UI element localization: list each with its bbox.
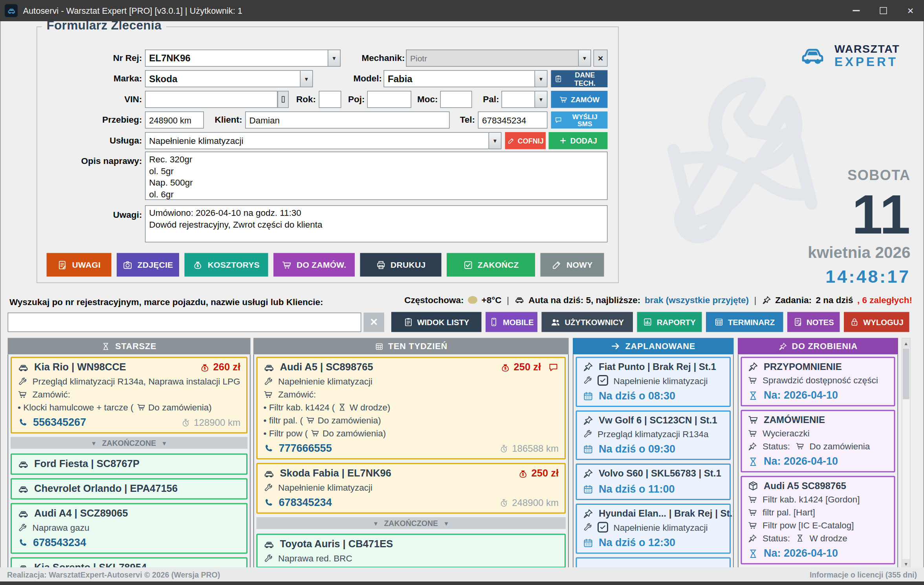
model-combobox[interactable]: ▼ — [384, 70, 548, 88]
nav-notes[interactable]: NOTES — [787, 312, 840, 332]
cofnij-button[interactable]: COFNIJ — [505, 132, 546, 149]
nr-rej-input[interactable] — [145, 50, 328, 67]
scroll-up-icon[interactable]: ▲ — [902, 338, 910, 348]
usluga-combobox[interactable]: ▼ — [145, 132, 502, 149]
triangle-down-icon: ▼ — [91, 440, 97, 446]
money-bag-icon — [200, 362, 210, 373]
phone-number[interactable]: 678543234 — [18, 537, 86, 549]
chevron-down-icon[interactable]: ▼ — [300, 70, 313, 88]
pal-combobox[interactable]: ▼ — [502, 91, 548, 108]
order-card[interactable]: Skoda Fabia | EL7NK96 250 zł Napełnienie… — [257, 463, 566, 514]
planned-card[interactable]: Vw Golf 6 | SC123CN | St.1 Przegląd klim… — [576, 410, 731, 460]
rok-input[interactable] — [319, 91, 341, 108]
todo-card[interactable]: ZAMÓWIENIE Wycieraczki Status: Do zamówi… — [741, 410, 895, 473]
phone-number[interactable]: 556345267 — [18, 416, 86, 429]
moc-input[interactable] — [440, 91, 472, 108]
tel-input[interactable] — [478, 112, 548, 129]
zdjecie-button[interactable]: ZDJĘCIE — [117, 253, 179, 277]
uwagi-button[interactable]: UWAGI — [47, 253, 112, 277]
card-title: Audi A5 | SC898765 — [280, 362, 373, 373]
todo-card[interactable]: Audi A5 SC898765 Filtr kab. k1424 [Gordo… — [741, 476, 895, 565]
done-divider[interactable]: ▼ ZAKOŃCZONE ▼ — [11, 437, 248, 449]
mileage: 186588 km — [499, 443, 559, 454]
done-divider[interactable]: ▼ ZAKOŃCZONE ▼ — [257, 517, 566, 529]
usluga-input[interactable] — [145, 132, 489, 149]
separator: | — [506, 295, 510, 305]
nav-widok-listy[interactable]: WIDOK LISTY — [391, 312, 482, 332]
status-label: Status: — [763, 533, 790, 543]
planned-card[interactable]: Volvo S60 | SKL56783 | St.1 Na dziś o 11… — [576, 464, 731, 500]
done-card[interactable]: Toyota Auris | CB471ES Naprawa red. BRC — [257, 534, 566, 568]
clock: 14:48:17 — [808, 267, 910, 287]
checkbox-checked-icon[interactable] — [598, 522, 608, 533]
chat-icon[interactable] — [548, 362, 559, 373]
dane-tech-button[interactable]: DANE TECH. — [551, 70, 608, 88]
cart-icon — [306, 416, 315, 425]
phone-number[interactable]: 678345234 — [264, 497, 332, 509]
nav-mobile[interactable]: MOBILE — [486, 312, 537, 332]
scrollbar-thumb[interactable] — [903, 349, 909, 399]
mechanik-combobox[interactable]: ▼ — [406, 50, 591, 67]
vertical-scrollbar[interactable]: ▲ ▼ — [902, 338, 911, 569]
done-card[interactable]: Audi A4 | SCZ89065 Naprawa gazu 67854323… — [11, 503, 248, 554]
pal-input[interactable] — [502, 91, 535, 108]
klient-input[interactable] — [245, 112, 450, 129]
sms-icon — [555, 116, 563, 124]
planned-card[interactable]: Hyundai Elan... | Brak Rej | St.1 Napełn… — [576, 504, 731, 554]
chevron-down-icon[interactable]: ▼ — [578, 50, 591, 67]
chevron-down-icon[interactable]: ▼ — [489, 132, 502, 149]
order-item-status: Do zamówienia) — [317, 415, 381, 425]
uwagi-textarea[interactable]: Umówiono: 2026-04-10 na godz. 11:30 Dowó… — [145, 205, 608, 243]
card-title: Audi A5 SC898765 — [764, 481, 846, 491]
label-przebieg: Przebieg: — [37, 114, 142, 125]
clear-search-button[interactable]: ✕ — [364, 313, 385, 332]
dodaj-button[interactable]: DODAJ — [549, 132, 608, 149]
todo-text: filtr pal. [Hart] — [763, 507, 815, 517]
zamow-button[interactable]: ZAMÓW — [551, 91, 608, 108]
wyslij-sms-button[interactable]: WYŚLIJ SMS — [551, 112, 608, 129]
vin-lookup-button[interactable] — [278, 91, 289, 108]
nav-uzytkownicy[interactable]: UŻYTKOWNICY — [542, 312, 633, 332]
triangle-down-icon: ▼ — [444, 520, 449, 526]
phone-number[interactable]: 777666555 — [264, 442, 332, 455]
footer-license-link[interactable]: Informacje o licencji (355 dni) — [810, 570, 917, 579]
order-card[interactable]: Audi A5 | SC898765 250 zł Napełnienie kl… — [257, 357, 566, 460]
nowy-button[interactable]: NOWY — [541, 253, 604, 277]
do-zamow-button[interactable]: DO ZAMÓW. — [273, 253, 355, 277]
model-input[interactable] — [384, 70, 535, 88]
chevron-down-icon[interactable]: ▼ — [535, 91, 548, 108]
nr-rej-combobox[interactable]: ▼ — [145, 50, 341, 67]
mechanik-input[interactable] — [406, 50, 578, 67]
kosztorys-button[interactable]: KOSZTORYS — [185, 253, 268, 277]
vin-input[interactable] — [145, 91, 278, 108]
checkbox-checked-icon[interactable] — [598, 375, 608, 386]
zakoncz-button[interactable]: ZAKOŃCZ — [447, 253, 535, 277]
wrench-icon — [18, 523, 27, 532]
marka-combobox[interactable]: ▼ — [145, 70, 313, 88]
month-year-label: kwietnia 2026 — [808, 244, 910, 262]
card-title: Kia Rio | WN98CCE — [34, 362, 126, 373]
planned-card[interactable]: Fiat Punto | Brak Rej | St.1 Napełnienie… — [576, 357, 731, 407]
clear-mechanik-button[interactable]: ✕ — [594, 50, 608, 67]
przebieg-input[interactable] — [145, 112, 204, 129]
nav-raporty[interactable]: RAPORTY — [637, 312, 702, 332]
chevron-down-icon[interactable]: ▼ — [535, 70, 548, 88]
drukuj-button[interactable]: DRUKUJ — [360, 253, 442, 277]
nav-wyloguj[interactable]: WYLOGUJ — [844, 312, 909, 332]
done-card[interactable]: Chevrolet Orlando | EPA47156 — [11, 478, 248, 500]
search-input[interactable] — [8, 313, 361, 332]
status-label: Status: — [763, 441, 790, 451]
todo-card[interactable]: PRZYPOMNIENIE Sprawdzić dostępność częśc… — [741, 357, 895, 407]
nav-terminarz[interactable]: TERMINARZ — [706, 312, 783, 332]
scrollbar-track[interactable] — [902, 400, 910, 559]
app-icon — [5, 4, 18, 17]
marka-input[interactable] — [145, 70, 300, 88]
order-card[interactable]: Kia Rio | WN98CCE 260 zł Przegląd klimat… — [11, 357, 248, 434]
close-button[interactable]: ✕ — [897, 0, 924, 21]
maximize-button[interactable] — [870, 0, 897, 21]
done-card[interactable]: Ford Fiesta | SC8767P — [11, 454, 248, 475]
minimize-button[interactable] — [843, 0, 870, 21]
opis-naprawy-textarea[interactable]: Rec. 320gr ol. 5gr Nap. 500gr ol. 6gr — [145, 152, 608, 200]
coin-icon — [193, 260, 203, 270]
poj-input[interactable] — [367, 91, 412, 108]
